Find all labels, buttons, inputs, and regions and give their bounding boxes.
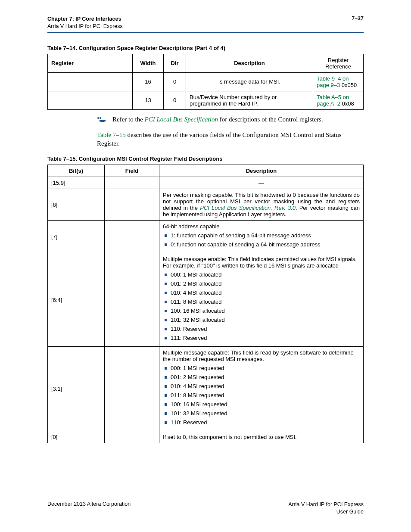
- list-item: 000: 1 MSI allocated: [163, 271, 360, 278]
- cell-field: [105, 431, 159, 443]
- table-7-14-caption: Table 7–14. Configuration Space Register…: [47, 45, 364, 51]
- cell-desc: Multiple message enable: This field indi…: [159, 253, 364, 347]
- table-row: [0] If set to 0, this component is not p…: [48, 431, 364, 443]
- col-field: Field: [105, 165, 159, 177]
- page-footer: December 2013 Altera Corporation Arria V…: [47, 501, 364, 516]
- cell-register: [48, 72, 133, 91]
- cell-bits: [6:4]: [48, 253, 105, 347]
- col-dir: Dir: [164, 54, 186, 72]
- list-item: 101: 32 MSI requested: [163, 410, 360, 417]
- cell-desc: Per vector masking capable. This bit is …: [159, 189, 364, 221]
- list-item: 000: 1 MSI requested: [163, 365, 360, 371]
- page-header: Chapter 7: IP Core Interfaces Arria V Ha…: [47, 16, 364, 33]
- cell-width: 16: [133, 72, 164, 91]
- list-item: 011: 8 MSI allocated: [163, 299, 360, 305]
- list-item: 011: 8 MSI requested: [163, 392, 360, 398]
- cell-desc: If set to 0, this component is not permi…: [159, 431, 364, 443]
- cell-desc: Bus/Device Number captured by or program…: [186, 91, 313, 109]
- list-item: 010: 4 MSI requested: [163, 383, 360, 389]
- bullet-list: 000: 1 MSI allocated 001: 2 MSI allocate…: [163, 271, 360, 341]
- cell-desc: is message data for MSI.: [186, 72, 313, 91]
- list-item: 101: 32 MSI allocated: [163, 317, 360, 323]
- col-description: Description: [159, 165, 364, 177]
- header-left: Chapter 7: IP Core Interfaces Arria V Ha…: [47, 16, 123, 30]
- page-number: 7–37: [352, 16, 364, 30]
- cell-desc: —: [159, 177, 364, 189]
- table-row: 13 0 Bus/Device Number captured by or pr…: [48, 91, 364, 109]
- table-row: [15:9] —: [48, 177, 364, 189]
- footer-left: December 2013 Altera Corporation: [47, 501, 131, 516]
- spec-link[interactable]: PCI Local Bus Specification: [145, 116, 218, 123]
- cell-ref: Table A–5 on page A–2 0x08: [313, 91, 364, 109]
- table-row: [6:4] Multiple message enable: This fiel…: [48, 253, 364, 347]
- table-row: [3:1] Multiple message capable: This fie…: [48, 347, 364, 431]
- table-7-15: Bit(s) Field Description [15:9] — [8] Pe…: [47, 165, 364, 443]
- col-register: Register: [48, 54, 133, 72]
- list-item: 0: function not capable of sending a 64-…: [163, 241, 360, 248]
- col-reference: Register Reference: [313, 54, 364, 72]
- reference-note: Refer to the PCI Local Bus Specification…: [97, 116, 364, 125]
- cell-dir: 0: [164, 72, 186, 91]
- list-item: 111: Reserved: [163, 335, 360, 341]
- table-header-row: Bit(s) Field Description: [48, 165, 364, 177]
- table-7-15-caption: Table 7–15. Configuration MSI Control Re…: [47, 156, 364, 162]
- bullet-list: 1: function capable of sending a 64-bit …: [163, 232, 360, 248]
- col-width: Width: [133, 54, 164, 72]
- cell-bits: [3:1]: [48, 347, 105, 431]
- chapter-title: Chapter 7: IP Core Interfaces: [47, 16, 123, 23]
- list-item: 001: 2 MSI allocated: [163, 280, 360, 287]
- list-item: 001: 2 MSI requested: [163, 374, 360, 380]
- cell-ref: Table 9–4 on page 9–3 0x050: [313, 72, 364, 91]
- col-bits: Bit(s): [48, 165, 105, 177]
- hand-pointer-icon: [97, 117, 108, 125]
- cell-desc: 64-bit address capable 1: function capab…: [159, 221, 364, 253]
- footer-right: Arria V Hard IP for PCI Express User Gui…: [288, 501, 364, 516]
- list-item: 1: function capable of sending a 64-bit …: [163, 232, 360, 239]
- list-item: 100: 16 MSI allocated: [163, 308, 360, 314]
- cell-dir: 0: [164, 91, 186, 109]
- cell-field: [105, 253, 159, 347]
- list-item: 110: Reserved: [163, 326, 360, 332]
- header-subtitle: Arria V Hard IP for PCI Express: [47, 23, 123, 30]
- cell-register: [48, 91, 133, 109]
- cell-field: [105, 189, 159, 221]
- col-description: Description: [186, 54, 313, 72]
- cell-field: [105, 177, 159, 189]
- cell-bits: [15:9]: [48, 177, 105, 189]
- intro-paragraph: Table 7–15 describes the use of the vari…: [97, 131, 364, 148]
- cell-bits: [8]: [48, 189, 105, 221]
- list-item: 100: 16 MSI requested: [163, 401, 360, 408]
- cell-bits: [7]: [48, 221, 105, 253]
- table-link[interactable]: Table 7–15: [97, 131, 126, 138]
- svg-point-0: [97, 117, 99, 119]
- list-item: 110: Reserved: [163, 419, 360, 426]
- bullet-list: 000: 1 MSI requested 001: 2 MSI requeste…: [163, 365, 360, 426]
- svg-point-1: [100, 117, 101, 119]
- table-header-row: Register Width Dir Description Register …: [48, 54, 364, 72]
- note-text: Refer to the PCI Local Bus Specification…: [112, 116, 323, 123]
- cell-desc: Multiple message capable: This field is …: [159, 347, 364, 431]
- table-7-14: Register Width Dir Description Register …: [47, 54, 364, 110]
- cell-field: [105, 347, 159, 431]
- table-row: [8] Per vector masking capable. This bit…: [48, 189, 364, 221]
- cell-field: [105, 221, 159, 253]
- cell-width: 13: [133, 91, 164, 109]
- table-row: [7] 64-bit address capable 1: function c…: [48, 221, 364, 253]
- cell-bits: [0]: [48, 431, 105, 443]
- table-row: 16 0 is message data for MSI. Table 9–4 …: [48, 72, 364, 91]
- spec-link[interactable]: PCI Local Bus Specification, Rev. 3.0: [200, 205, 296, 211]
- list-item: 010: 4 MSI allocated: [163, 289, 360, 296]
